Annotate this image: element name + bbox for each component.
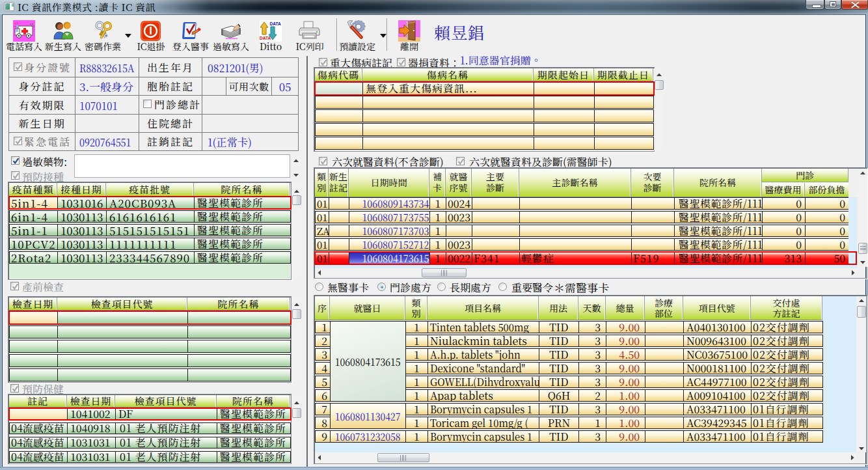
svg-text:DATA: DATA bbox=[270, 21, 282, 26]
